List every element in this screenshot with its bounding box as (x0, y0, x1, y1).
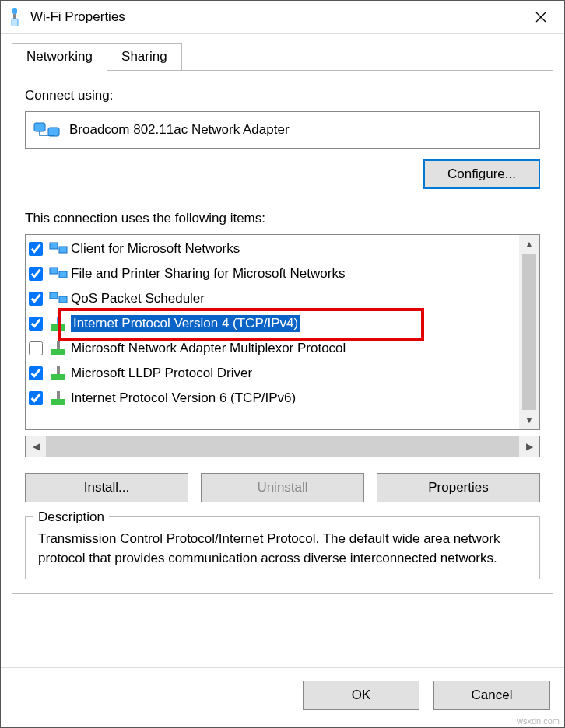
scroll-track[interactable] (46, 436, 519, 457)
tab-sharing[interactable]: Sharing (107, 43, 182, 71)
tab-strip: Networking Sharing (12, 43, 553, 71)
item-checkbox[interactable] (29, 267, 43, 281)
adapter-field[interactable]: Broadcom 802.11ac Network Adapter (25, 111, 540, 149)
svg-rect-16 (57, 366, 60, 374)
item-label: Client for Microsoft Networks (71, 241, 240, 257)
watermark: wsxdn.com (517, 716, 560, 726)
description-group: Description Transmission Control Protoco… (25, 516, 540, 579)
item-label: Microsoft Network Adapter Multiplexor Pr… (71, 341, 346, 356)
items-label: This connection uses the following items… (25, 211, 540, 226)
window-title: Wi-Fi Properties (30, 9, 518, 25)
uninstall-button: Uninstall (201, 473, 364, 502)
dialog-footer: OK Cancel (1, 667, 564, 727)
svg-rect-5 (50, 243, 58, 249)
configure-button[interactable]: Configure... (423, 159, 540, 189)
svg-rect-18 (57, 391, 60, 399)
list-item[interactable]: File and Printer Sharing for Microsoft N… (26, 261, 519, 286)
item-checkbox[interactable] (29, 292, 43, 306)
item-label: File and Printer Sharing for Microsoft N… (71, 266, 345, 282)
item-checkbox[interactable] (29, 391, 43, 405)
vertical-scrollbar[interactable]: ▲ ▼ (519, 235, 539, 429)
scroll-down-icon[interactable]: ▼ (519, 411, 539, 429)
adapter-name: Broadcom 802.11ac Network Adapter (69, 122, 290, 138)
item-checkbox[interactable] (29, 317, 43, 331)
connect-using-label: Connect using: (25, 88, 540, 103)
scroll-right-icon[interactable]: ▶ (519, 436, 539, 457)
item-label: QoS Packet Scheduler (71, 291, 205, 306)
svg-rect-8 (59, 271, 67, 278)
item-checkbox[interactable] (29, 341, 43, 355)
tab-networking[interactable]: Networking (12, 43, 107, 71)
list-item[interactable]: QoS Packet Scheduler (26, 286, 519, 311)
horizontal-scrollbar[interactable]: ◀ ▶ (25, 436, 540, 457)
item-label: Internet Protocol Version 4 (TCP/IPv4) (71, 315, 300, 332)
svg-rect-17 (51, 399, 65, 405)
svg-rect-6 (59, 247, 67, 253)
close-button[interactable] (518, 1, 564, 33)
properties-button[interactable]: Properties (377, 473, 540, 502)
list-item-selected[interactable]: Internet Protocol Version 4 (TCP/IPv4) (26, 311, 519, 336)
item-label: Internet Protocol Version 6 (TCP/IPv6) (71, 390, 296, 406)
svg-rect-2 (12, 19, 18, 26)
description-text: Transmission Control Protocol/Internet P… (38, 530, 527, 568)
list-item[interactable]: Internet Protocol Version 6 (TCP/IPv6) (26, 386, 519, 411)
protocol-icon (48, 390, 68, 407)
svg-rect-13 (51, 349, 65, 355)
svg-rect-15 (51, 374, 65, 380)
wifi-properties-dialog: Wi-Fi Properties Networking Sharing Conn… (0, 0, 565, 728)
svg-rect-0 (12, 8, 17, 14)
svg-rect-9 (50, 292, 58, 299)
dialog-content: Networking Sharing Connect using: Broadc… (1, 34, 564, 667)
scroll-thumb[interactable] (522, 254, 536, 410)
svg-rect-11 (51, 324, 65, 331)
connection-items-list[interactable]: Client for Microsoft Networks File and P… (25, 234, 540, 430)
item-checkbox[interactable] (29, 242, 43, 256)
svg-rect-1 (13, 14, 16, 19)
client-icon (48, 240, 68, 257)
scroll-left-icon[interactable]: ◀ (26, 436, 46, 457)
network-adapter-icon (33, 120, 60, 140)
networking-panel: Connect using: Broadcom 802.11ac Network… (12, 70, 553, 594)
svg-rect-14 (57, 341, 60, 349)
list-item[interactable]: Microsoft LLDP Protocol Driver (26, 361, 519, 386)
svg-rect-10 (59, 296, 67, 303)
service-icon (48, 265, 68, 282)
protocol-icon (48, 340, 68, 357)
svg-rect-7 (50, 268, 58, 274)
title-bar: Wi-Fi Properties (1, 1, 564, 34)
service-icon (48, 290, 68, 307)
item-label: Microsoft LLDP Protocol Driver (71, 366, 252, 381)
protocol-icon (48, 365, 68, 382)
wifi-adapter-icon (7, 6, 23, 28)
ok-button[interactable]: OK (303, 681, 419, 710)
scroll-up-icon[interactable]: ▲ (519, 235, 539, 254)
item-checkbox[interactable] (29, 366, 43, 380)
protocol-icon (48, 315, 68, 332)
install-button[interactable]: Install... (25, 473, 188, 502)
list-item[interactable]: Client for Microsoft Networks (26, 236, 519, 261)
cancel-button[interactable]: Cancel (433, 681, 550, 710)
list-item[interactable]: Microsoft Network Adapter Multiplexor Pr… (26, 336, 519, 361)
svg-rect-3 (34, 123, 45, 131)
description-legend: Description (33, 508, 109, 527)
svg-rect-12 (57, 317, 60, 324)
